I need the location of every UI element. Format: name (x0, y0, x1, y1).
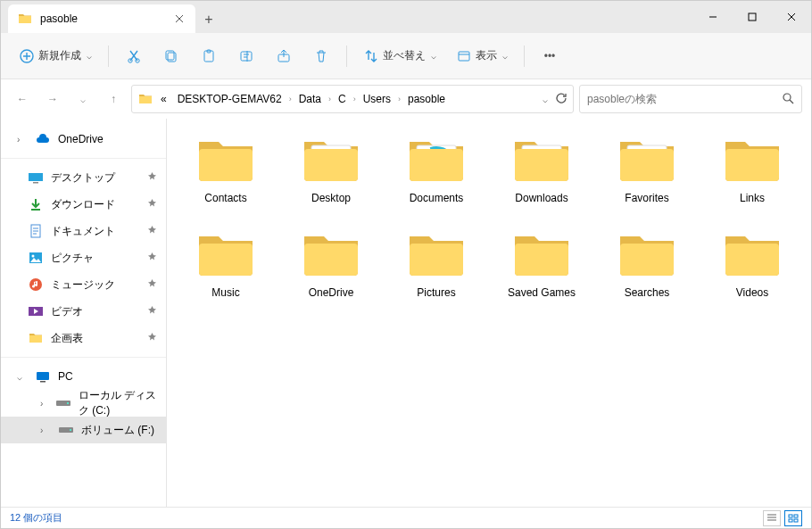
icons-view-button[interactable] (784, 510, 802, 526)
chevron-right-icon: › (328, 95, 331, 103)
minimize-button[interactable] (693, 1, 733, 33)
pictures-icon (28, 250, 44, 266)
history-dropdown-icon[interactable]: ⌵ (543, 95, 548, 104)
folder-item[interactable]: Documents (388, 135, 485, 204)
view-label: 表示 (476, 48, 497, 63)
sidebar-item[interactable]: ミュージック (1, 271, 166, 298)
folder-item[interactable]: Contacts (178, 135, 274, 204)
view-button[interactable]: 表示 ⌵ (449, 40, 515, 72)
details-view-button[interactable] (763, 510, 781, 526)
folder-item[interactable]: OneDrive (283, 229, 379, 299)
folder-name: Links (740, 192, 765, 204)
folder-name: Videos (736, 286, 768, 299)
folder-name: Favorites (625, 192, 668, 204)
sidebar-item[interactable]: ダウンロード (1, 191, 166, 218)
up-button[interactable]: ↑ (101, 87, 126, 112)
share-button[interactable] (268, 40, 300, 72)
sidebar-item[interactable]: ドキュメント (1, 218, 166, 244)
folder-item[interactable]: Videos (704, 229, 800, 299)
content-area[interactable]: ContactsDesktopDocumentsDownloadsFavorit… (167, 119, 811, 507)
music-icon (28, 277, 44, 293)
folder-item[interactable]: Desktop (283, 135, 379, 204)
item-count: 12 個の項目 (10, 511, 62, 525)
breadcrumb-segment[interactable]: pasoble (404, 91, 449, 107)
chevron-right-icon[interactable]: › (40, 399, 48, 409)
svg-rect-0 (749, 13, 756, 21)
chevron-down-icon: ⌵ (87, 51, 92, 61)
pin-icon[interactable] (145, 171, 159, 184)
breadcrumb-segment[interactable]: DESKTOP-GEMAV62 (174, 91, 286, 107)
new-button[interactable]: 新規作成 ⌵ (12, 40, 99, 72)
sidebar-item[interactable]: ビデオ (1, 298, 166, 325)
pin-icon[interactable] (145, 252, 159, 264)
folder-icon (510, 135, 574, 185)
folder-item[interactable]: Favorites (599, 135, 695, 204)
close-button[interactable] (772, 1, 811, 33)
cut-button[interactable] (118, 40, 150, 72)
new-tab-button[interactable]: + (195, 6, 222, 33)
window-controls (693, 1, 811, 33)
folder-item[interactable]: Downloads (493, 135, 590, 204)
sidebar-item-drive[interactable]: ›ボリューム (F:) (1, 417, 166, 443)
svg-point-22 (67, 402, 69, 404)
chevron-right-icon[interactable]: › (17, 135, 28, 145)
sidebar-item[interactable]: 企画表 (1, 325, 166, 351)
back-button[interactable]: ← (10, 87, 35, 112)
forward-button[interactable]: → (40, 87, 65, 112)
refresh-button[interactable] (555, 92, 568, 107)
breadcrumb-segment[interactable]: C (335, 91, 350, 107)
pin-icon[interactable] (145, 225, 159, 237)
sidebar-item[interactable]: デスクトップ (1, 164, 166, 191)
pin-icon[interactable] (145, 198, 159, 211)
breadcrumb-prefix: « (157, 91, 170, 107)
sidebar-item-label: 企画表 (51, 331, 83, 346)
breadcrumb-segment[interactable]: Users (360, 91, 394, 107)
tab-title: pasoble (40, 12, 165, 25)
sidebar-item-pc[interactable]: ⌵ PC (1, 363, 166, 390)
folder-name: Music (211, 286, 239, 299)
search-icon[interactable] (782, 92, 794, 107)
folder-icon (720, 135, 784, 185)
delete-button[interactable] (305, 40, 337, 72)
recent-button[interactable]: ⌵ (70, 87, 95, 112)
more-button[interactable]: ••• (534, 40, 566, 72)
chevron-down-icon[interactable]: ⌵ (17, 372, 28, 382)
svg-point-24 (70, 429, 71, 431)
folder-item[interactable]: Saved Games (493, 229, 590, 299)
sidebar-item[interactable]: ピクチャ (1, 244, 166, 271)
folder-name: Documents (410, 192, 464, 204)
folder-item[interactable]: Pictures (388, 229, 485, 299)
svg-rect-34 (789, 519, 792, 522)
paste-button[interactable] (193, 40, 225, 72)
svg-point-16 (32, 255, 35, 258)
folder-name: Pictures (417, 286, 455, 299)
titlebar: pasoble + (1, 1, 811, 33)
window-tab[interactable]: pasoble (8, 4, 195, 33)
folder-item[interactable]: Music (178, 229, 274, 299)
rename-button[interactable] (230, 40, 262, 72)
chevron-right-icon[interactable]: › (40, 426, 51, 435)
tab-close-button[interactable] (172, 12, 186, 26)
svg-rect-13 (33, 182, 38, 184)
pin-icon[interactable] (145, 305, 159, 318)
search-input[interactable] (587, 93, 782, 105)
pin-icon[interactable] (145, 332, 159, 344)
svg-rect-20 (40, 381, 46, 383)
sidebar-item-onedrive[interactable]: › OneDrive (1, 126, 166, 153)
sidebar-item-label: PC (58, 370, 73, 383)
sidebar-item-label: ボリューム (F:) (81, 423, 154, 438)
folder-item[interactable]: Searches (599, 229, 695, 299)
breadcrumb-segment[interactable]: Data (295, 91, 325, 107)
pin-icon[interactable] (145, 278, 159, 291)
maximize-button[interactable] (733, 1, 772, 33)
sidebar-item-drive[interactable]: ›ローカル ディスク (C:) (1, 390, 166, 417)
svg-rect-19 (37, 372, 49, 380)
copy-button[interactable] (155, 40, 187, 72)
address-bar[interactable]: « DESKTOP-GEMAV62›Data›C›Users›pasoble ⌵ (131, 85, 574, 113)
folder-item[interactable]: Links (704, 135, 800, 204)
sort-button[interactable]: 並べ替え ⌵ (356, 40, 443, 72)
folder-icon (510, 229, 574, 279)
sidebar-item-label: OneDrive (58, 133, 104, 145)
search-box[interactable] (579, 85, 802, 113)
folder-icon (404, 229, 468, 279)
